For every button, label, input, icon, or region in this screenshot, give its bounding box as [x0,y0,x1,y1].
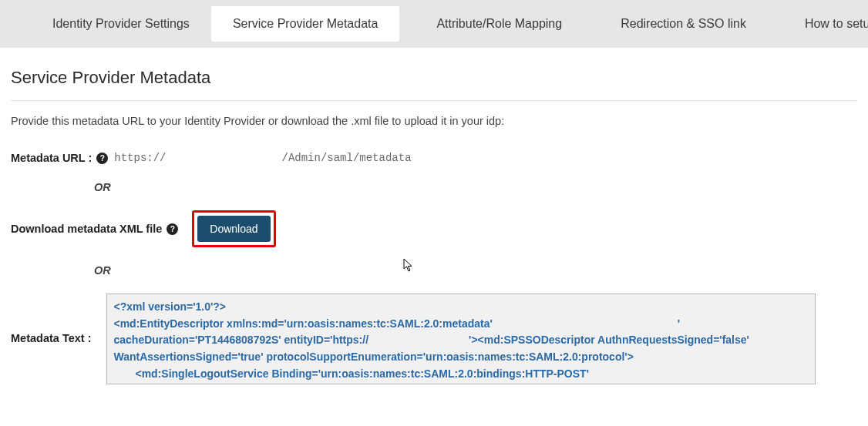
xml-line-3a: cacheDuration='PT1446808792S' entityID='… [113,334,368,346]
tab-sp-metadata[interactable]: Service Provider Metadata [211,6,400,42]
metadata-text-box[interactable]: <?xml version='1.0'?> <md:EntityDescript… [106,294,816,384]
help-icon[interactable]: ? [96,153,108,164]
metadata-url-label: Metadata URL : ? [11,152,108,164]
download-button[interactable]: Download [197,216,270,242]
metadata-text-label: Metadata Text : [11,332,91,344]
tab-bar: Identity Provider Settings Service Provi… [0,0,868,48]
xml-line-1: <?xml version='1.0'?> [113,300,226,313]
metadata-url-row: Metadata URL : ? https:// /Admin/saml/me… [11,152,857,164]
or-separator-1: OR [94,181,857,193]
metadata-url-value: https:// /Admin/saml/metadata [114,152,411,164]
download-highlight-box: Download [192,210,275,247]
metadata-text-row: Metadata Text : <?xml version='1.0'?> <m… [11,294,857,384]
xml-line-5: <md:SingleLogoutService Binding='urn:oas… [113,366,809,383]
tab-redirection[interactable]: Redirection & SSO link [599,6,768,42]
or-separator-2: OR [94,264,857,277]
xml-line-4: WantAssertionsSigned='true' protocolSupp… [113,351,633,363]
xml-line-3b: '><md:SPSSODescriptor AuthnRequestsSigne… [469,334,749,346]
xml-line-2b: ' [678,317,680,330]
download-label-text: Download metadata XML file [11,223,162,235]
metadata-url-label-text: Metadata URL : [11,152,92,164]
metadata-url-prefix: https:// [114,152,166,164]
download-row: Download metadata XML file ? Download [11,210,857,247]
tab-idp-settings[interactable]: Identity Provider Settings [31,6,211,42]
tab-attr-mapping[interactable]: Attribute/Role Mapping [415,6,584,42]
page-title: Service Provider Metadata [11,68,857,101]
download-label: Download metadata XML file ? [11,223,178,235]
intro-text: Provide this metadata URL to your Identi… [11,115,857,127]
metadata-url-suffix: /Admin/saml/metadata [282,152,412,164]
help-icon[interactable]: ? [167,223,178,235]
xml-line-2a: <md:EntityDescriptor xmlns:md='urn:oasis… [113,317,492,330]
tab-howto[interactable]: How to setup ? [783,6,868,42]
content-panel: Service Provider Metadata Provide this m… [0,48,868,400]
